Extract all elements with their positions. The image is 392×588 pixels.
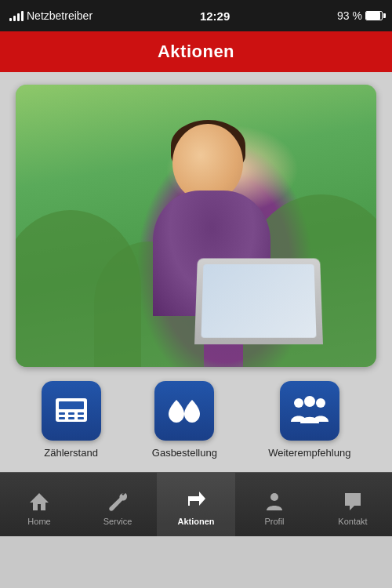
svg-rect-7 — [78, 417, 84, 419]
svg-rect-5 — [59, 417, 65, 419]
tab-aktionen-label: Aktionen — [177, 517, 214, 526]
tab-kontakt-label: Kontakt — [338, 517, 367, 526]
signal-bar-1 — [9, 18, 12, 21]
page-title: Aktionen — [158, 42, 234, 62]
gasbestellung-label: Gasbestellung — [152, 447, 217, 459]
main-content: Zählerstand Gasbestellung — [0, 72, 392, 472]
tab-aktionen[interactable]: Aktionen — [157, 473, 235, 536]
zaehlerstand-label: Zählerstand — [44, 447, 98, 459]
svg-rect-3 — [68, 412, 74, 415]
app-header: Aktionen — [0, 31, 392, 72]
svg-point-9 — [316, 398, 325, 408]
svg-rect-6 — [68, 417, 74, 419]
battery-icon — [365, 11, 383, 20]
battery-fill — [366, 12, 380, 20]
status-left: Netzbetreiber — [9, 9, 93, 22]
weiterempfehlung-label: Weiterempfehlung — [268, 447, 350, 459]
battery-label: 93 % — [337, 9, 362, 22]
signal-bars — [9, 10, 24, 21]
tab-profil-label: Profil — [264, 517, 284, 526]
tab-service[interactable]: Service — [78, 473, 157, 536]
signal-bar-2 — [13, 16, 16, 21]
svg-rect-2 — [59, 412, 65, 415]
carrier-label: Netzbetreiber — [27, 9, 93, 22]
svg-rect-4 — [78, 412, 84, 415]
tab-kontakt[interactable]: Kontakt — [314, 473, 392, 536]
svg-marker-11 — [30, 493, 49, 510]
gasbestellung-icon-box — [154, 381, 214, 441]
home-icon — [27, 488, 52, 514]
svg-rect-1 — [59, 401, 84, 409]
svg-point-12 — [270, 493, 278, 501]
status-bar: Netzbetreiber 12:29 93 % — [0, 0, 392, 31]
laptop-screen — [201, 264, 316, 338]
kontakt-icon — [340, 488, 365, 514]
signal-bar-3 — [17, 13, 20, 21]
status-right: 93 % — [337, 9, 383, 22]
person-laptop — [194, 258, 323, 344]
gas-icon — [165, 394, 203, 428]
profil-icon — [262, 488, 287, 514]
meter-icon — [54, 395, 89, 426]
actions-row: Zählerstand Gasbestellung — [16, 381, 376, 459]
action-zaehlerstand[interactable]: Zählerstand — [42, 381, 101, 459]
signal-bar-4 — [21, 11, 24, 21]
weiterempfehlung-icon-box — [280, 381, 339, 441]
tab-profil[interactable]: Profil — [235, 473, 314, 536]
tab-service-label: Service — [103, 517, 132, 526]
hero-image — [16, 85, 376, 367]
recommend-icon — [289, 394, 330, 428]
tab-bar: Home Service Aktionen Profil — [0, 472, 392, 536]
tab-home[interactable]: Home — [0, 473, 78, 536]
service-icon — [105, 488, 130, 514]
action-weiterempfehlung[interactable]: Weiterempfehlung — [268, 381, 350, 459]
aktionen-icon — [183, 488, 209, 514]
zaehlerstand-icon-box — [42, 381, 101, 441]
status-time: 12:29 — [200, 9, 230, 23]
tab-home-label: Home — [27, 517, 50, 526]
svg-point-10 — [304, 396, 315, 407]
action-gasbestellung[interactable]: Gasbestellung — [152, 381, 217, 459]
svg-point-8 — [294, 398, 303, 408]
